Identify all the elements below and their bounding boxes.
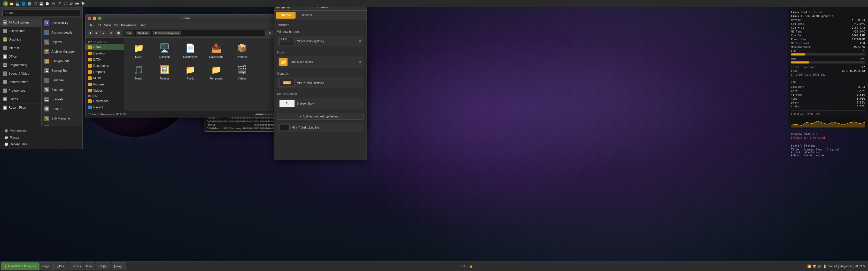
- fm-sidebar-dropbox[interactable]: Dropbox: [86, 69, 124, 75]
- fm-path-themes[interactable]: themes-icons-pack: [153, 31, 181, 35]
- file-manager-minimize[interactable]: [93, 16, 96, 20]
- panel-network-icon[interactable]: 📡: [80, 1, 86, 6]
- fm-sidebar-videos[interactable]: Videos: [86, 88, 124, 94]
- app-item-applets[interactable]: 🔧 Applets: [41, 37, 83, 47]
- category-preferences[interactable]: 🔧 Preferences: [0, 87, 41, 95]
- fm-menu-bookmarks[interactable]: Bookmarks: [121, 24, 137, 27]
- panel-spotify-icon[interactable]: 🎧: [63, 1, 68, 6]
- tray-audio-icon[interactable]: 🔊: [817, 265, 822, 268]
- file-item-videos[interactable]: 🎬 Videos: [232, 64, 252, 80]
- bottom-recent-files[interactable]: 🕐 Recent Files: [3, 141, 80, 147]
- file-item-music[interactable]: 🎵 Music: [128, 64, 149, 80]
- panel-mint-icon[interactable]: 🍃: [3, 1, 8, 6]
- category-admin[interactable]: ⚙️ Administration: [0, 78, 41, 87]
- tray-dropbox-icon[interactable]: 📦: [812, 265, 816, 268]
- taskbar-item-erik2-label: [erik@...: [114, 265, 124, 268]
- app-item-brackets[interactable]: 💻 Brackets: [41, 95, 83, 104]
- fm-path-erik[interactable]: erik: [125, 31, 133, 35]
- panel-settings-icon[interactable]: ⚙️: [27, 1, 32, 6]
- fm-up-btn[interactable]: ▲: [100, 30, 107, 36]
- fm-path-desktop[interactable]: Desktop: [136, 31, 150, 35]
- file-item-public[interactable]: 📁 Public: [180, 64, 201, 80]
- panel-audio-icon[interactable]: 🔊: [68, 1, 74, 6]
- fm-sidebar-pictures[interactable]: Pictures: [86, 81, 124, 88]
- app-item-backup[interactable]: 💾 Backup Tool: [41, 66, 83, 76]
- app-menu-search-input[interactable]: [2, 9, 80, 16]
- app-item-archive[interactable]: 📦 Archive Manager: [41, 47, 83, 57]
- file-item-documents[interactable]: 📄 Documents: [180, 42, 201, 58]
- app-item-backgrounds[interactable]: 🖼️ Backgrounds: [41, 57, 83, 66]
- app-item-accessibility[interactable]: ♿ Accessibility: [41, 18, 83, 28]
- tray-battery-icon[interactable]: 🔋: [823, 265, 827, 268]
- fm-sidebar-documents[interactable]: Documents: [86, 63, 124, 69]
- fm-back-btn[interactable]: ◀: [87, 30, 93, 36]
- panel-clock-icon[interactable]: 🕐: [45, 1, 50, 6]
- app-item-calculator[interactable]: 🔢 Calculator: [41, 123, 83, 126]
- fm-menu-go[interactable]: Go: [114, 24, 118, 27]
- taskbar-item-home[interactable]: Home: [84, 263, 96, 270]
- fm-sidebar-music[interactable]: Music: [86, 75, 124, 81]
- category-recent[interactable]: 🕐 Recent Files: [0, 103, 41, 112]
- panel-browser-icon[interactable]: 🌐: [21, 1, 26, 6]
- window-borders-settings-icon[interactable]: ⚙: [359, 39, 362, 43]
- fm-menu-view[interactable]: View: [104, 24, 111, 27]
- panel-lastfm-icon[interactable]: 🎤: [57, 1, 62, 6]
- file-item-dropbox[interactable]: 📦 Dropbox: [232, 42, 252, 58]
- taskbar-item-erik2[interactable]: [erik@...: [112, 263, 126, 270]
- fm-refresh-btn[interactable]: ↺: [108, 30, 114, 36]
- panel-music-icon[interactable]: 🎵: [33, 1, 38, 6]
- bottom-preferences[interactable]: ⚙️ Preferences: [3, 128, 80, 134]
- category-office[interactable]: 📄 Office: [0, 53, 41, 61]
- category-sound[interactable]: 🎵 Sound & Video: [0, 69, 41, 78]
- tray-network-icon[interactable]: 📶: [807, 265, 811, 268]
- file-item-downloads[interactable]: 📥 Downloads: [206, 42, 226, 58]
- category-places[interactable]: 📁 Places: [0, 95, 41, 103]
- fm-sidebar-data[interactable]: DATA: [86, 57, 124, 63]
- taskbar-item-erik1[interactable]: erik@e...: [96, 263, 111, 270]
- panel-steam-icon[interactable]: 🎮: [51, 1, 56, 6]
- taskbar-item-desktop[interactable]: [-/Des...: [55, 263, 68, 270]
- file-item-data[interactable]: 📁 DATA: [128, 42, 149, 58]
- controls-option[interactable]: Button Mint-Y-Dark-Lightning: [277, 77, 364, 88]
- panel-disk-icon[interactable]: 💾: [39, 1, 44, 6]
- window-borders-option[interactable]: Mint-Y-Dark-Lightning ⚙: [277, 36, 364, 46]
- icons-settings-icon[interactable]: ⚙: [359, 60, 362, 64]
- themes-tab-themes[interactable]: Themes: [276, 12, 296, 19]
- panel-files-icon[interactable]: 📁: [9, 1, 14, 6]
- fm-menu-file[interactable]: File: [88, 24, 92, 27]
- app-item-bulk-rename[interactable]: ✏️ Bulk Rename: [41, 114, 83, 123]
- category-accessories[interactable]: 🔧 Accessories: [0, 27, 41, 35]
- fm-forward-btn[interactable]: ▶: [94, 30, 99, 36]
- themes-tab-settings[interactable]: Settings: [297, 12, 316, 19]
- mouse-pointer-option[interactable]: ↖ Breeze_Snow: [277, 98, 364, 109]
- file-manager-close[interactable]: [88, 16, 91, 20]
- app-item-account[interactable]: 👤 Account details: [41, 28, 83, 37]
- taskbar-item-imgur[interactable]: Timgur...: [39, 263, 54, 270]
- bottom-places[interactable]: 📁 Places: [3, 134, 80, 141]
- category-graphics[interactable]: 🖼️ Graphics: [0, 35, 41, 44]
- icons-option[interactable]: 📁 Sardi Mono Numix ⚙: [277, 56, 364, 68]
- file-item-templates[interactable]: 📁 Templates: [206, 64, 226, 80]
- file-manager-maximize[interactable]: [98, 16, 101, 20]
- taskbar-start-btn[interactable]: 🍃 Linux Mint 18 Cinnamon: [1, 263, 39, 270]
- themes-add-remove-btn[interactable]: + Add/remove desktop themes...: [277, 113, 364, 120]
- app-item-banshee[interactable]: 🎵 Banshee: [41, 76, 83, 85]
- category-programming[interactable]: 💻 Programming: [0, 61, 41, 69]
- category-all[interactable]: 🔲 All Applications: [0, 18, 41, 27]
- app-item-bluetooth[interactable]: 📡 Bluetooth: [41, 85, 83, 95]
- fm-menu-help[interactable]: Help: [140, 24, 146, 27]
- panel-keyboard-icon[interactable]: ⌨️: [74, 1, 80, 6]
- fm-menu-edit[interactable]: Edit: [96, 24, 101, 27]
- app-item-brasero[interactable]: 💿 Brasero: [41, 104, 83, 114]
- fm-sidebar-desktop[interactable]: Desktop: [86, 50, 124, 57]
- fm-sidebar-home[interactable]: Home: [86, 44, 124, 50]
- fm-sidebar-recent[interactable]: Recent: [86, 104, 124, 110]
- panel-terminal-icon[interactable]: 💻: [15, 1, 20, 6]
- taskbar-item-themes[interactable]: Themes: [69, 263, 83, 270]
- file-item-pictures[interactable]: 🖼️ Pictures: [154, 64, 175, 80]
- category-internet[interactable]: 🌐 Internet: [0, 44, 41, 53]
- fm-sidebar-downloads[interactable]: Downloads: [86, 98, 124, 104]
- fm-view-icons-btn[interactable]: ⊞: [267, 30, 273, 36]
- fm-home-btn[interactable]: 🏠: [115, 30, 122, 36]
- file-item-desktop[interactable]: 🖥️ Desktop: [154, 42, 175, 58]
